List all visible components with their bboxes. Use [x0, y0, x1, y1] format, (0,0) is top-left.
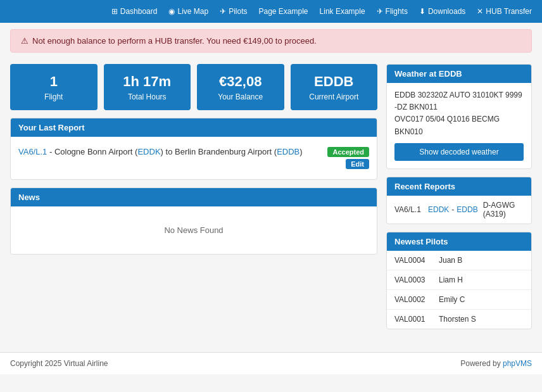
- recent-reports-panel: Recent Reports VA6/L.1 EDDK - EDDB D-AGW…: [386, 177, 532, 224]
- weather-panel: Weather at EDDB EDDB 302320Z AUTO 31010K…: [386, 64, 532, 169]
- nav-dashboard[interactable]: ⊞ Dashboard: [111, 7, 158, 16]
- nav-hub-transfer[interactable]: ✕ HUB Transfer: [477, 7, 532, 16]
- airport-label: Current Airport: [297, 92, 372, 101]
- hours-value: 1h 17m: [110, 73, 185, 91]
- pilot-id-3: VAL0001: [394, 315, 439, 324]
- flights-count: 1: [16, 73, 91, 91]
- stat-cards: 1 Flight 1h 17m Total Hours €32,08 Your …: [10, 64, 377, 110]
- footer: Copyright 2025 Virtual Airline Powered b…: [0, 352, 542, 374]
- phpvms-link[interactable]: phpVMS: [503, 359, 532, 368]
- stat-card-flights: 1 Flight: [10, 64, 98, 110]
- news-header: News: [11, 188, 377, 206]
- pilot-name-2: Emily C: [439, 295, 465, 304]
- right-column: Weather at EDDB EDDB 302320Z AUTO 31010K…: [386, 64, 532, 329]
- newest-pilots-header: Newest Pilots: [387, 232, 531, 251]
- recent-report-row: VA6/L.1 EDDK - EDDB D-AGWG (A319): [387, 196, 531, 224]
- pilot-row-3: VAL0001 Thorsten S: [387, 310, 531, 329]
- news-empty: No News Found: [11, 206, 377, 254]
- stat-card-airport: EDDB Current Airport: [291, 64, 378, 110]
- badge-group: Accepted Edit: [327, 147, 369, 169]
- recent-reports-list: VA6/L.1 EDDK - EDDB D-AGWG (A319): [387, 196, 531, 224]
- report-text: VA6/L.1 - Cologne Bonn Airport (EDDK) to…: [18, 147, 321, 156]
- last-report-panel: Your Last Report VA6/L.1 - Cologne Bonn …: [10, 118, 377, 180]
- balance-value: €32,08: [203, 73, 278, 91]
- weather-metar: EDDB 302320Z AUTO 31010KT 9999 -DZ BKN01…: [387, 83, 531, 143]
- accepted-badge: Accepted: [327, 147, 369, 157]
- edit-badge[interactable]: Edit: [346, 159, 369, 169]
- rr-id: VA6/L.1: [394, 205, 423, 214]
- hours-label: Total Hours: [110, 92, 185, 101]
- main-container: 1 Flight 1h 17m Total Hours €32,08 Your …: [0, 59, 542, 339]
- pilot-row-2: VAL0002 Emily C: [387, 290, 531, 310]
- alert-icon: ⚠: [21, 36, 28, 46]
- news-panel: News No News Found: [10, 187, 377, 255]
- pilots-list: VAL0004 Juan B VAL0003 Liam H VAL0002 Em…: [387, 251, 531, 329]
- pilot-row-0: VAL0004 Juan B: [387, 251, 531, 270]
- nav-downloads[interactable]: ⬇ Downloads: [419, 7, 465, 16]
- rr-separator: -: [451, 205, 454, 214]
- rr-route: EDDK - EDDB: [428, 205, 478, 214]
- pilot-id-2: VAL0002: [394, 295, 439, 304]
- dashboard-icon: ⊞: [111, 7, 118, 16]
- nav-live-map[interactable]: ◉ Live Map: [168, 7, 208, 16]
- stat-card-balance: €32,08 Your Balance: [197, 64, 284, 110]
- pilot-row-1: VAL0003 Liam H: [387, 270, 531, 290]
- balance-label: Your Balance: [203, 92, 278, 101]
- pilot-id-1: VAL0003: [394, 275, 439, 284]
- left-column: 1 Flight 1h 17m Total Hours €32,08 Your …: [10, 64, 377, 329]
- report-row: VA6/L.1 - Cologne Bonn Airport (EDDK) to…: [18, 144, 369, 172]
- pilot-name-3: Thorsten S: [439, 315, 476, 324]
- nav-pilots[interactable]: ✈ Pilots: [220, 7, 247, 16]
- top-nav: ⊞ Dashboard ◉ Live Map ✈ Pilots Page Exa…: [0, 0, 542, 23]
- rr-from-link[interactable]: EDDK: [428, 205, 449, 214]
- last-report-header: Your Last Report: [11, 118, 377, 137]
- hub-icon: ✕: [477, 7, 483, 16]
- pilots-icon: ✈: [220, 7, 226, 16]
- flights-icon: ✈: [377, 7, 383, 16]
- airport-value: EDDB: [297, 73, 372, 91]
- nav-link-example[interactable]: Link Example: [320, 7, 365, 16]
- weather-header: Weather at EDDB: [387, 65, 531, 83]
- show-weather-button[interactable]: Show decoded weather: [394, 143, 524, 161]
- recent-reports-header: Recent Reports: [387, 177, 531, 196]
- report-to-link[interactable]: EDDB: [277, 147, 299, 156]
- alert-message: Not enough balance to perform a HUB tran…: [32, 36, 317, 46]
- stat-card-hours: 1h 17m Total Hours: [104, 64, 191, 110]
- rr-to-link[interactable]: EDDB: [457, 205, 477, 214]
- nav-page-example[interactable]: Page Example: [259, 7, 308, 16]
- newest-pilots-panel: Newest Pilots VAL0004 Juan B VAL0003 Lia…: [386, 232, 532, 329]
- map-icon: ◉: [168, 7, 175, 16]
- pilot-name-1: Liam H: [439, 275, 463, 284]
- rr-aircraft: D-AGWG (A319): [483, 201, 524, 218]
- alert-banner: ⚠ Not enough balance to perform a HUB tr…: [10, 29, 532, 53]
- last-report-body: VA6/L.1 - Cologne Bonn Airport (EDDK) to…: [11, 137, 377, 179]
- nav-flights[interactable]: ✈ Flights: [377, 7, 408, 16]
- report-from-link[interactable]: EDDK: [137, 147, 160, 156]
- copyright-text: Copyright 2025 Virtual Airline: [10, 359, 108, 368]
- pilot-name-0: Juan B: [439, 256, 462, 265]
- pilot-id-0: VAL0004: [394, 256, 439, 265]
- downloads-icon: ⬇: [419, 7, 425, 16]
- report-flight-link[interactable]: VA6/L.1: [18, 147, 47, 156]
- powered-by: Powered by phpVMS: [460, 359, 532, 368]
- flights-label: Flight: [16, 92, 91, 101]
